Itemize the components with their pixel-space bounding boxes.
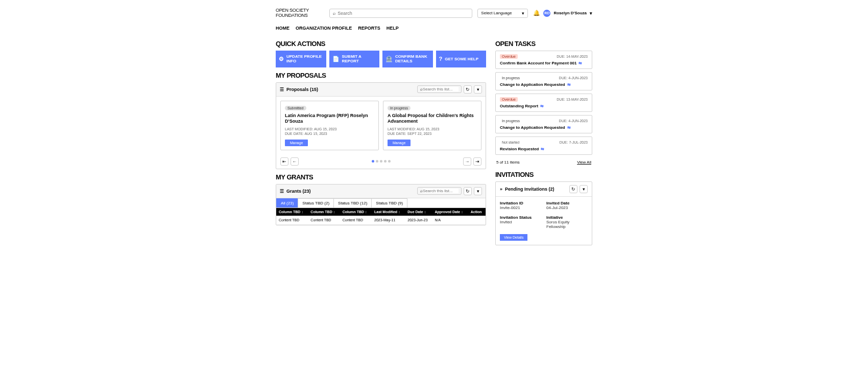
grants-tabs: All (23) Status TBD (2) Status TBD (12) … bbox=[276, 198, 486, 208]
question-icon: ? bbox=[439, 56, 443, 62]
expand-button[interactable]: ▾ bbox=[474, 187, 482, 195]
proposal-title: A Global Proposal for Children's Rights … bbox=[388, 113, 477, 124]
update-profile-button[interactable]: ⚙ UPDATE PROFILE INFO bbox=[276, 51, 326, 67]
user-menu[interactable]: 🔔 RD Roselyn D'Souza ▾ bbox=[533, 10, 592, 17]
my-grants-heading: MY GRANTS bbox=[276, 173, 486, 181]
sort-icon: ↕ bbox=[301, 210, 303, 214]
proposal-title: Latin America Program (RFP) Roselyn D'So… bbox=[285, 113, 374, 124]
qa-submit-label: SUBMIT A REPORT bbox=[342, 54, 377, 64]
avatar: RD bbox=[543, 10, 550, 17]
invitations-panel: » Pending Invitations (2) ↻ ▾ Invitation… bbox=[495, 181, 592, 245]
proposals-search[interactable]: ⌕ bbox=[417, 85, 462, 93]
task-due: DUE: 13-MAY-2023 bbox=[557, 98, 588, 101]
task-due: DUE: 14-MAY-2023 bbox=[557, 55, 588, 58]
nav-home[interactable]: HOME bbox=[276, 26, 290, 31]
col-header: Action bbox=[468, 208, 486, 216]
cell: Content TBD bbox=[276, 216, 308, 225]
tab-status-3[interactable]: Status TBD (9) bbox=[371, 198, 407, 208]
task-card[interactable]: Overdue DUE: 14-MAY-2023 Confirm Bank Ac… bbox=[495, 51, 592, 69]
collapse-icon[interactable]: » bbox=[500, 187, 502, 192]
pager-next-button[interactable]: → bbox=[463, 157, 471, 166]
pager-dot[interactable] bbox=[376, 160, 378, 163]
proposal-card: In progress A Global Proposal for Childr… bbox=[383, 101, 481, 150]
refresh-button[interactable]: ↻ bbox=[569, 185, 577, 193]
link-icon: ⇆ bbox=[567, 82, 571, 87]
sort-icon: ↕ bbox=[461, 210, 463, 214]
cell: 2023-May-11 bbox=[372, 216, 405, 225]
last-modified: LAST MODIFIED: AUG 15, 2023 bbox=[388, 127, 477, 131]
refresh-button[interactable]: ↻ bbox=[464, 85, 472, 94]
cell: Content TBD bbox=[308, 216, 340, 225]
pager-dot[interactable] bbox=[372, 160, 374, 163]
logo: OPEN SOCIETY FOUNDATIONS bbox=[276, 8, 309, 18]
task-title-text: Change to Application Requested bbox=[500, 82, 565, 87]
chevron-down-icon: ▾ bbox=[522, 11, 524, 16]
qa-update-label: UPDATE PROFILE INFO bbox=[286, 54, 323, 64]
link-icon: ⇆ bbox=[578, 61, 582, 65]
grants-search-input[interactable] bbox=[423, 189, 459, 193]
panel-icon: ☰ bbox=[280, 87, 284, 92]
pager-dot[interactable] bbox=[388, 160, 391, 163]
invitations-panel-title: Pending Invitations (2) bbox=[505, 187, 554, 192]
task-card[interactable]: In progress DUE: 4-JUN-2023 Change to Ap… bbox=[495, 72, 592, 90]
pager-prev-button[interactable]: ← bbox=[291, 157, 299, 166]
task-card[interactable]: In progress DUE: 4-JUN-2023 Change to Ap… bbox=[495, 115, 592, 133]
initiative-label: Initiative bbox=[546, 215, 588, 220]
language-label: Select Language bbox=[481, 11, 512, 15]
col-header[interactable]: Last Modified↕ bbox=[372, 208, 405, 216]
proposals-panel-title: Proposals (15) bbox=[286, 87, 318, 92]
table-row[interactable]: Content TBD Content TBD Content TBD 2023… bbox=[276, 216, 486, 225]
pager-dot[interactable] bbox=[380, 160, 382, 163]
view-details-button[interactable]: View Details bbox=[500, 234, 527, 241]
expand-button[interactable]: ▾ bbox=[580, 185, 588, 193]
inv-status-label: Invitation Status bbox=[500, 215, 541, 220]
col-header[interactable]: Column TBD↕ bbox=[308, 208, 340, 216]
col-header[interactable]: Approved Date↕ bbox=[432, 208, 468, 216]
inv-date-value: 04-Jul-2023 bbox=[546, 205, 588, 210]
pager-first-button[interactable]: ⇤ bbox=[280, 157, 288, 166]
submit-report-button[interactable]: 📄 SUBMIT A REPORT bbox=[329, 51, 380, 67]
task-title-text: Revision Requested bbox=[500, 147, 539, 151]
proposal-cards: Submitted Latin America Program (RFP) Ro… bbox=[276, 97, 486, 154]
nav-help[interactable]: HELP bbox=[387, 26, 399, 31]
proposal-card: Submitted Latin America Program (RFP) Ro… bbox=[280, 101, 379, 150]
invitation-card: Invitation ID Invite-0021 Invited Date 0… bbox=[496, 197, 592, 245]
inv-id-label: Invitation ID bbox=[500, 201, 541, 205]
inv-date-label: Invited Date bbox=[546, 201, 588, 205]
cell bbox=[468, 216, 486, 225]
view-all-link[interactable]: View All bbox=[577, 160, 591, 165]
manage-button[interactable]: Manage bbox=[388, 140, 411, 146]
get-help-button[interactable]: ? GET SOME HELP bbox=[436, 51, 487, 67]
tab-status-2[interactable]: Status TBD (12) bbox=[333, 198, 372, 208]
manage-button[interactable]: Manage bbox=[285, 140, 308, 146]
tab-status-1[interactable]: Status TBD (2) bbox=[298, 198, 334, 208]
pager-last-button[interactable]: ⇥ bbox=[473, 157, 481, 166]
col-header[interactable]: Due Date↕ bbox=[405, 208, 432, 216]
initiative-value: Soros Equity Fellowship bbox=[546, 220, 588, 229]
cell: 2023-Jun-23 bbox=[405, 216, 432, 225]
global-search[interactable]: ⌕ bbox=[329, 9, 472, 18]
pager-dots bbox=[372, 160, 391, 163]
language-select[interactable]: Select Language ▾ bbox=[477, 9, 528, 18]
col-header[interactable]: Column TBD↕ bbox=[340, 208, 372, 216]
grants-search[interactable]: ⌕ bbox=[417, 187, 462, 195]
refresh-button[interactable]: ↻ bbox=[464, 187, 472, 195]
link-icon: ⇆ bbox=[567, 125, 571, 130]
search-icon: ⌕ bbox=[333, 11, 335, 16]
col-header[interactable]: Column TBD↕ bbox=[276, 208, 308, 216]
proposals-panel-head: ☰ Proposals (15) ⌕ ↻ ▾ bbox=[276, 83, 486, 97]
pager-dot[interactable] bbox=[384, 160, 387, 163]
task-card[interactable]: Not started DUE: 7-JUL-2023 Revision Req… bbox=[495, 136, 592, 155]
task-card[interactable]: Overdue DUE: 13-MAY-2023 Outstanding Rep… bbox=[495, 94, 592, 112]
expand-button[interactable]: ▾ bbox=[474, 85, 482, 94]
nav-org-profile[interactable]: ORGANIZATION PROFILE bbox=[296, 26, 352, 31]
bell-icon[interactable]: 🔔 bbox=[533, 10, 540, 16]
link-icon: ⇆ bbox=[541, 147, 544, 151]
due-date: DUE DATE: AUG 15, 2023 bbox=[285, 132, 374, 135]
search-input[interactable] bbox=[337, 11, 469, 16]
proposals-search-input[interactable] bbox=[423, 87, 459, 91]
confirm-bank-button[interactable]: 🏦 CONFIRM BANK DETAILS bbox=[382, 51, 433, 67]
task-title-text: Outstanding Report bbox=[500, 104, 538, 108]
tab-all[interactable]: All (23) bbox=[276, 198, 298, 208]
nav-reports[interactable]: REPORTS bbox=[358, 26, 380, 31]
